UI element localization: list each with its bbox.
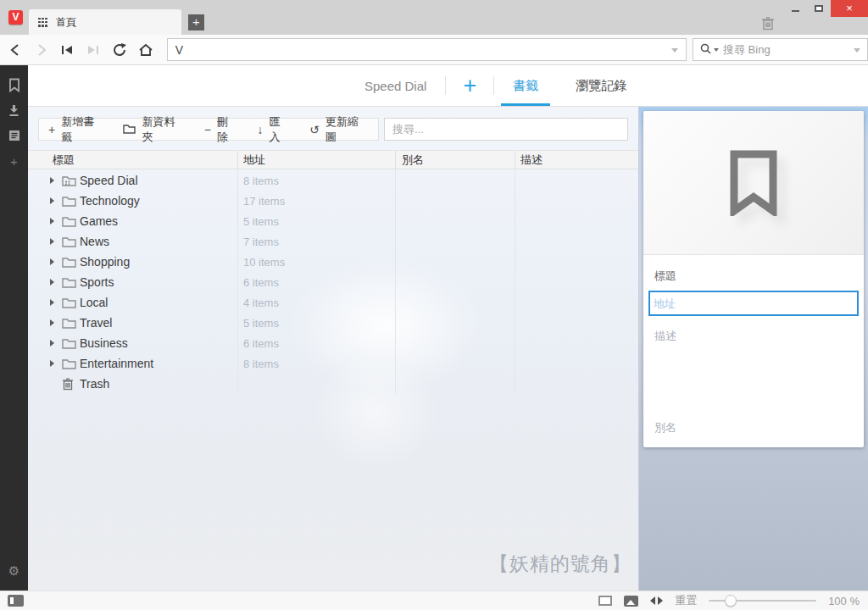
table-row[interactable]: Games 5 items: [28, 211, 638, 231]
add-web-panel-icon[interactable]: +: [0, 148, 28, 174]
bookmark-editor-card: 標題 描述 別名: [643, 111, 864, 447]
expander-icon[interactable]: [50, 238, 62, 245]
expander-icon[interactable]: [50, 258, 62, 265]
folder-icon: [62, 257, 80, 268]
folder-icon: [62, 196, 80, 207]
downloads-panel-icon[interactable]: [0, 97, 28, 123]
folder-icon: [62, 358, 80, 369]
maximize-button[interactable]: [807, 0, 831, 17]
bookmark-address-input[interactable]: [650, 297, 857, 310]
bookmark-editor-panel: 標題 描述 別名: [638, 107, 868, 591]
table-row-trash[interactable]: Trash: [28, 374, 638, 394]
start-page-tabs: Speed Dial + 書籤 瀏覽記錄: [28, 65, 868, 107]
bookmarks-search-input[interactable]: [385, 123, 627, 136]
folder-icon: [62, 277, 80, 288]
folder-icon: [62, 318, 80, 329]
column-header-address[interactable]: 地址: [238, 151, 396, 169]
bookmarks-table: Speed Dial 8 items Technology 17 items G…: [28, 170, 638, 394]
window-controls: ×: [783, 0, 868, 17]
panel-sidebar: + ⚙: [0, 65, 28, 591]
import-button[interactable]: ↓ 匯入: [248, 119, 300, 140]
notes-panel-icon[interactable]: [0, 123, 28, 148]
status-bar: 重置 100 %: [0, 591, 868, 610]
table-row[interactable]: Speed Dial 8 items: [28, 170, 638, 191]
down-arrow-icon: ↓: [257, 123, 263, 136]
browser-tab[interactable]: 首頁: [29, 9, 181, 35]
table-row[interactable]: Shopping 10 items: [28, 252, 638, 272]
expander-icon[interactable]: [50, 177, 62, 184]
new-folder-button[interactable]: 新資料夾: [114, 119, 194, 140]
vivaldi-bookmarks-window: V 首頁 + ×: [0, 0, 868, 610]
column-header-description[interactable]: 描述: [515, 151, 638, 169]
toggle-panel-icon[interactable]: [8, 595, 24, 607]
expander-icon[interactable]: [50, 319, 62, 326]
tab-bar: V 首頁 + ×: [0, 0, 868, 35]
search-field[interactable]: [693, 38, 868, 61]
table-row[interactable]: Entertainment 8 items: [28, 353, 638, 374]
rotate-icon: ↺: [309, 123, 320, 136]
page-watermark-text: 【妖精的號角】: [489, 551, 632, 577]
table-row[interactable]: News 7 items: [28, 231, 638, 252]
tab-history[interactable]: 瀏覽記錄: [557, 65, 645, 106]
fast-forward-icon[interactable]: [82, 39, 104, 61]
folder-icon: [62, 338, 80, 349]
folder-icon: [62, 236, 80, 247]
expander-icon[interactable]: [50, 218, 62, 225]
tiling-arrows-icon[interactable]: [650, 596, 663, 605]
minimize-button[interactable]: [783, 0, 807, 17]
expander-spacer: [50, 380, 62, 387]
bookmark-thumbnail: [643, 111, 864, 255]
toolbar-button-group: + 新增書籤 新資料夾 − 刪除 ↓ 匯入 ↺: [38, 118, 379, 141]
zoom-slider[interactable]: [709, 595, 816, 607]
tab-speed-dial[interactable]: Speed Dial: [346, 65, 445, 106]
web-search-input[interactable]: [723, 43, 867, 56]
expander-icon[interactable]: [50, 279, 62, 286]
search-engine-dropdown-icon[interactable]: [714, 48, 719, 52]
bookmarks-main-area: + 新增書籤 新資料夾 − 刪除 ↓ 匯入 ↺: [28, 107, 638, 591]
settings-gear-icon[interactable]: ⚙: [0, 563, 28, 579]
page-actions-icon[interactable]: [598, 596, 612, 606]
expander-icon[interactable]: [50, 340, 62, 347]
address-bar[interactable]: V: [167, 38, 687, 61]
column-header-nickname[interactable]: 別名: [396, 151, 515, 169]
address-input[interactable]: [190, 40, 686, 59]
reload-icon[interactable]: [108, 39, 131, 61]
title-field-label[interactable]: 標題: [643, 255, 864, 284]
toggle-images-icon[interactable]: [624, 596, 638, 607]
table-row[interactable]: Local 4 items: [28, 292, 638, 313]
address-field[interactable]: [648, 291, 859, 316]
bookmarks-search-box[interactable]: [384, 118, 628, 141]
add-bookmark-button[interactable]: + 新增書籤: [39, 119, 114, 140]
address-dropdown-icon[interactable]: [671, 48, 678, 53]
closed-tabs-trash-icon[interactable]: [761, 16, 775, 34]
zoom-slider-thumb[interactable]: [725, 595, 737, 607]
home-icon[interactable]: [135, 39, 157, 61]
speed-dial-grid-icon: [38, 18, 47, 27]
expander-icon[interactable]: [50, 197, 62, 204]
delete-button[interactable]: − 刪除: [195, 119, 248, 140]
expander-icon[interactable]: [50, 299, 62, 306]
minus-icon: −: [204, 123, 211, 136]
new-tab-button[interactable]: +: [188, 14, 204, 30]
table-row[interactable]: Technology 17 items: [28, 191, 638, 211]
expander-icon[interactable]: [50, 360, 62, 367]
update-thumbnails-button[interactable]: ↺ 更新縮圖: [300, 119, 378, 140]
column-header-title[interactable]: 標題: [28, 151, 238, 169]
bookmarks-panel-icon[interactable]: [0, 72, 28, 97]
table-row[interactable]: Travel 5 items: [28, 313, 638, 333]
page-favicon: V: [168, 43, 190, 57]
add-page-button[interactable]: +: [446, 65, 493, 106]
nickname-field[interactable]: 別名: [643, 408, 687, 435]
search-dropdown-icon[interactable]: [854, 48, 860, 53]
description-field[interactable]: 描述: [643, 316, 864, 344]
rewind-icon[interactable]: [57, 39, 79, 61]
table-row[interactable]: Business 6 items: [28, 333, 638, 353]
close-button[interactable]: ×: [831, 0, 868, 17]
back-icon[interactable]: [4, 39, 26, 61]
forward-icon[interactable]: [31, 39, 53, 61]
bookmark-icon: [726, 150, 782, 216]
tab-bookmarks[interactable]: 書籤: [494, 65, 557, 106]
zoom-reset-button[interactable]: 重置: [675, 593, 697, 608]
table-row[interactable]: Sports 6 items: [28, 272, 638, 292]
vivaldi-menu-button[interactable]: V: [8, 10, 23, 25]
